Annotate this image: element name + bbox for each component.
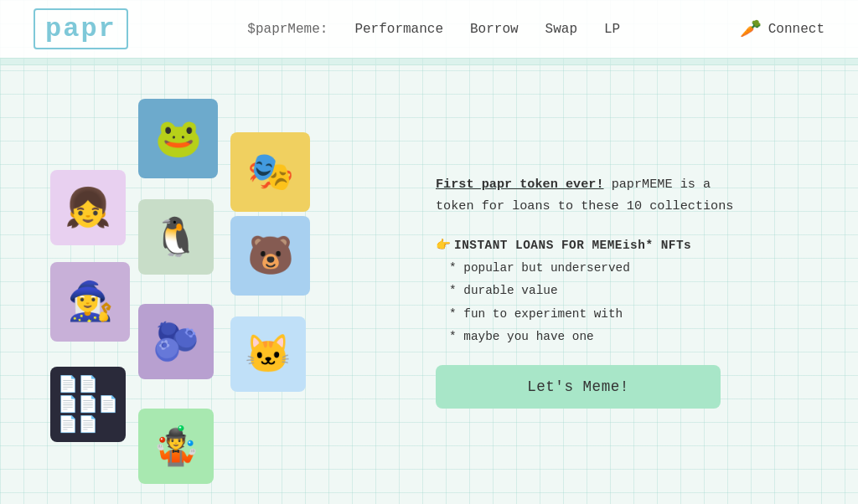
pink-hat-girl-nft[interactable]: 👧 bbox=[50, 170, 126, 245]
wizard-girl-nft[interactable]: 🧙‍♀️ bbox=[50, 262, 130, 342]
bullet-4: * maybe you have one bbox=[436, 326, 808, 348]
nav-swap[interactable]: Swap bbox=[545, 22, 577, 37]
connect-button[interactable]: 🥕 Connect bbox=[740, 18, 824, 39]
main-nav: $paprMeme: Performance Borrow Swap LP bbox=[247, 22, 620, 37]
headline: First papr token ever! paprMEME is a tok… bbox=[436, 174, 754, 218]
bullet-3: * fun to experiment with bbox=[436, 303, 808, 326]
bw-character-nft[interactable]: 🎭 bbox=[230, 132, 310, 212]
purple-blob-nft[interactable]: 🫐 bbox=[138, 304, 214, 379]
blue-bear-nft[interactable]: 🐻 bbox=[230, 216, 310, 296]
carrot-icon: 🥕 bbox=[740, 18, 762, 39]
headline-highlight: First papr token ever! bbox=[436, 177, 604, 192]
hand-pointer-icon: 👉 bbox=[436, 239, 451, 252]
nft-grid: 🐸 🎭 👧 🐧 🐻 🧙‍♀️ 🫐 🐱 📄📄� bbox=[50, 90, 402, 476]
blue-cat-nft[interactable]: 🐱 bbox=[230, 316, 306, 392]
main-content: 🐸 🎭 👧 🐧 🐻 🧙‍♀️ 🫐 🐱 📄📄� bbox=[0, 65, 858, 504]
token-label: $paprMeme: bbox=[247, 22, 328, 37]
jester-nft[interactable]: 🤹 bbox=[138, 409, 214, 484]
lets-meme-button[interactable]: Let's Meme! bbox=[436, 365, 721, 409]
logo[interactable]: papr bbox=[34, 8, 128, 49]
penguin-hoodie-nft[interactable]: 🐧 bbox=[138, 199, 214, 275]
accent-bar bbox=[0, 59, 858, 65]
bullet-1: * popular but underserved bbox=[436, 257, 808, 280]
nav-lp[interactable]: LP bbox=[604, 22, 620, 37]
connect-label: Connect bbox=[768, 22, 824, 37]
bullet-section: 👉INSTANT LOANS FOR MEMEish* NFTs * popul… bbox=[436, 234, 808, 349]
bullet-2: * durable value bbox=[436, 280, 808, 302]
dark-figure-nft[interactable]: 📄📄📄📄📄📄📄 bbox=[50, 367, 126, 442]
header: papr $paprMeme: Performance Borrow Swap … bbox=[0, 0, 858, 59]
nav-borrow[interactable]: Borrow bbox=[470, 22, 519, 37]
nav-performance[interactable]: Performance bbox=[354, 22, 443, 37]
content-area: First papr token ever! paprMEME is a tok… bbox=[402, 90, 808, 409]
instant-loans-label: INSTANT LOANS FOR MEMEish* NFTs bbox=[454, 239, 691, 252]
zombie-frog-nft[interactable]: 🐸 bbox=[138, 99, 218, 178]
